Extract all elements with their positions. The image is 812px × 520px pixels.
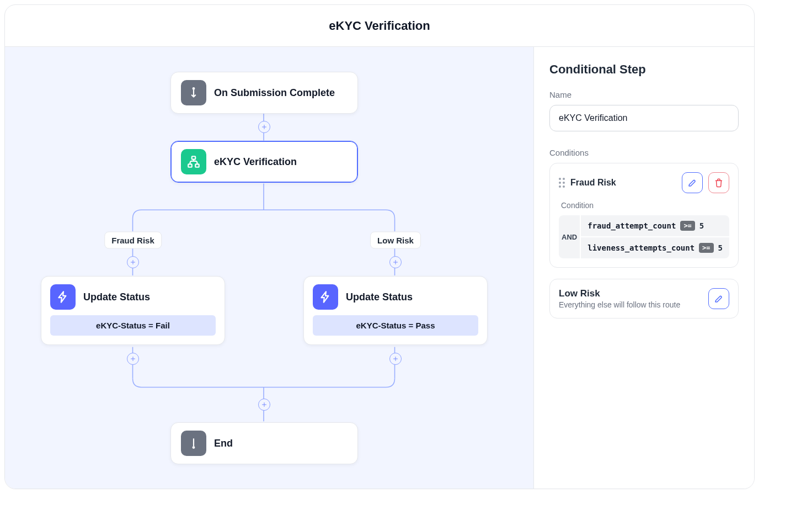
svg-rect-13	[195, 164, 199, 167]
node-title: Update Status	[83, 291, 150, 303]
node-title: End	[214, 438, 233, 449]
add-step-button[interactable]	[127, 353, 139, 365]
node-conditional-selected[interactable]: eKYC Verification	[170, 141, 358, 183]
else-route-card: Low Risk Everything else will follow thi…	[549, 279, 739, 319]
condition-row: fraud_attempt_count >= 5	[581, 215, 729, 236]
condition-value: 5	[699, 221, 704, 230]
node-action-update-status[interactable]: Update Status eKYC-Status = Fail	[41, 276, 225, 345]
svg-rect-12	[188, 164, 192, 167]
trigger-icon	[181, 80, 206, 105]
add-step-button[interactable]	[389, 353, 402, 365]
else-route-sub: Everything else will follow this route	[559, 300, 702, 309]
panel-title: Conditional Step	[549, 62, 739, 77]
condition-field: fraud_attempt_count	[587, 221, 676, 230]
lightning-icon	[50, 284, 76, 310]
add-step-button[interactable]	[389, 256, 402, 268]
add-step-button[interactable]	[258, 121, 270, 133]
logic-operator: AND	[559, 215, 581, 258]
else-route-title: Low Risk	[559, 288, 702, 299]
node-title: eKYC Verification	[214, 156, 297, 168]
branch-label-low-risk[interactable]: Low Risk	[370, 232, 421, 249]
status-expression: eKYC-Status = Fail	[50, 315, 216, 336]
app-frame: eKYC Verification	[4, 4, 755, 489]
status-expression: eKYC-Status = Pass	[313, 315, 478, 336]
name-input[interactable]	[549, 105, 739, 131]
condition-row: liveness_attempts_count >= 5	[581, 236, 729, 258]
node-title: Update Status	[346, 291, 413, 303]
condition-field: liveness_attempts_count	[587, 243, 695, 252]
delete-button[interactable]	[708, 172, 729, 193]
node-end[interactable]: End	[170, 422, 358, 464]
condition-logic: AND fraud_attempt_count >= 5 liveness_at…	[559, 215, 729, 258]
node-action-update-status[interactable]: Update Status eKYC-Status = Pass	[303, 276, 488, 345]
drag-handle-icon[interactable]	[559, 178, 565, 188]
properties-panel: Conditional Step Name Conditions Fraud R…	[533, 47, 754, 489]
page-title: eKYC Verification	[5, 5, 754, 47]
edit-button[interactable]	[682, 172, 703, 193]
svg-rect-11	[192, 156, 196, 159]
end-icon	[181, 431, 206, 456]
node-trigger[interactable]: On Submission Complete	[170, 72, 358, 114]
name-label: Name	[549, 90, 739, 99]
condition-value: 5	[718, 243, 723, 252]
svg-point-9	[193, 87, 195, 90]
condition-op: >=	[699, 243, 713, 253]
node-title: On Submission Complete	[214, 87, 335, 99]
branch-icon	[181, 149, 206, 174]
lightning-icon	[313, 284, 338, 310]
condition-card: Fraud Risk Condition AND fraud_attempt_c…	[549, 163, 739, 268]
condition-op: >=	[680, 221, 695, 231]
workflow-canvas[interactable]: On Submission Complete eKYC Verification…	[5, 47, 533, 489]
svg-point-15	[193, 446, 195, 449]
main: On Submission Complete eKYC Verification…	[5, 47, 754, 489]
conditions-label: Conditions	[549, 148, 739, 157]
add-step-button[interactable]	[127, 256, 139, 268]
branch-label-fraud-risk[interactable]: Fraud Risk	[104, 232, 162, 249]
add-step-button[interactable]	[258, 399, 270, 411]
condition-name: Fraud Risk	[570, 178, 676, 188]
edit-button[interactable]	[708, 288, 729, 309]
condition-sub-label: Condition	[559, 201, 729, 210]
